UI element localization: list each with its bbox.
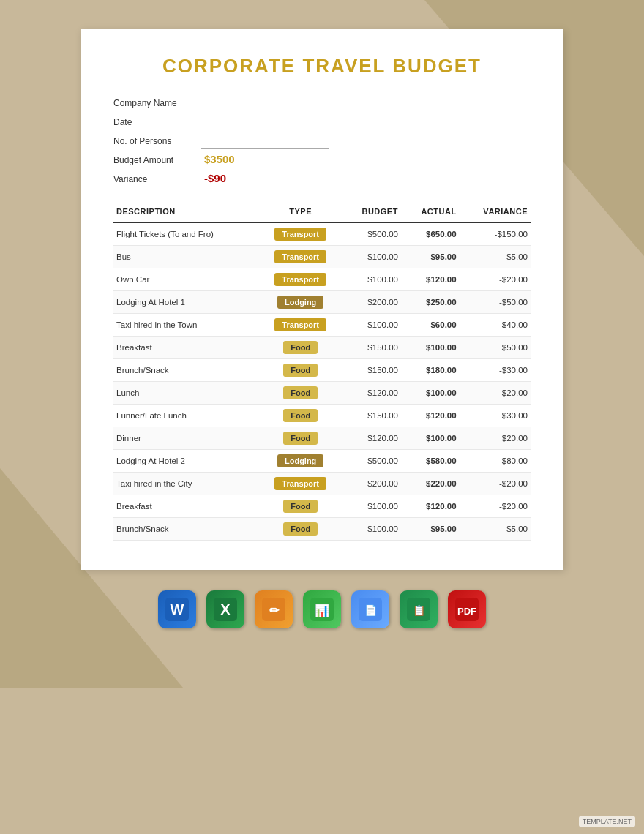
meta-section: Company Name Date No. of Persons Budget … (113, 96, 531, 187)
row-type: Transport (260, 246, 342, 268)
row-variance: -$150.00 (460, 222, 531, 246)
row-budget: $100.00 (341, 268, 400, 291)
date-label: Date (113, 117, 201, 127)
svg-text:📊: 📊 (315, 604, 329, 617)
row-variance: $5.00 (460, 246, 531, 268)
type-badge: Lodging (277, 296, 323, 309)
persons-label: No. of Persons (113, 136, 201, 146)
icon-google-sheets[interactable]: 📋 (400, 590, 438, 628)
row-description: Brunch/Snack (113, 518, 260, 541)
row-variance: -$50.00 (460, 291, 531, 314)
type-badge: Food (283, 432, 318, 445)
row-description: Lodging At Hotel 2 (113, 450, 260, 473)
row-actual: $120.00 (401, 405, 460, 427)
table-row: Dinner Food $120.00 $100.00 $20.00 (113, 427, 531, 450)
row-budget: $200.00 (341, 473, 400, 495)
meta-row-variance: Variance -$90 (113, 172, 531, 187)
table-row: Breakfast Food $100.00 $120.00 -$20.00 (113, 495, 531, 518)
row-actual: $650.00 (401, 222, 460, 246)
row-type: Transport (260, 222, 342, 246)
row-type: Food (260, 405, 342, 427)
row-budget: $500.00 (341, 450, 400, 473)
budget-value: $3500 (201, 153, 329, 168)
row-type: Lodging (260, 291, 342, 314)
row-description: Breakfast (113, 495, 260, 518)
persons-value[interactable] (201, 134, 329, 149)
variance-value: -$90 (201, 172, 329, 187)
variance-label: Variance (113, 174, 201, 184)
row-description: Taxi hired in the City (113, 473, 260, 495)
row-actual: $120.00 (401, 268, 460, 291)
row-variance: $20.00 (460, 382, 531, 405)
row-description: Breakfast (113, 337, 260, 359)
company-label: Company Name (113, 98, 201, 108)
icon-google-docs[interactable]: 📄 (351, 590, 389, 628)
row-type: Food (260, 518, 342, 541)
svg-text:📋: 📋 (413, 604, 426, 617)
budget-table: DESCRIPTION TYPE BUDGET ACTUAL VARIANCE … (113, 201, 531, 541)
row-actual: $580.00 (401, 450, 460, 473)
meta-row-company: Company Name (113, 96, 531, 110)
page-title: CORPORATE TRAVEL BUDGET (113, 55, 531, 78)
table-row: Brunch/Snack Food $100.00 $95.00 $5.00 (113, 518, 531, 541)
table-row: Breakfast Food $150.00 $100.00 $50.00 (113, 337, 531, 359)
row-actual: $95.00 (401, 518, 460, 541)
row-description: Lodging At Hotel 1 (113, 291, 260, 314)
row-description: Dinner (113, 427, 260, 450)
icon-numbers[interactable]: 📊 (303, 590, 341, 628)
row-budget: $120.00 (341, 427, 400, 450)
meta-row-budget: Budget Amount $3500 (113, 153, 531, 168)
row-type: Food (260, 382, 342, 405)
row-actual: $100.00 (401, 337, 460, 359)
table-row: Taxi hired in the City Transport $200.00… (113, 473, 531, 495)
table-row: Lunner/Late Lunch Food $150.00 $120.00 $… (113, 405, 531, 427)
row-budget: $100.00 (341, 246, 400, 268)
row-description: Brunch/Snack (113, 359, 260, 382)
icon-excel[interactable]: X (206, 590, 244, 628)
row-type: Food (260, 427, 342, 450)
row-actual: $60.00 (401, 314, 460, 337)
icon-word[interactable]: W (158, 590, 196, 628)
type-badge: Food (283, 341, 318, 354)
type-badge: Transport (274, 228, 326, 241)
row-budget: $100.00 (341, 495, 400, 518)
row-variance: -$80.00 (460, 450, 531, 473)
row-description: Taxi hired in the Town (113, 314, 260, 337)
icons-bar: WX✏📊📄📋PDF (158, 590, 486, 628)
type-badge: Transport (274, 318, 326, 331)
row-budget: $150.00 (341, 337, 400, 359)
budget-label: Budget Amount (113, 155, 201, 165)
svg-text:PDF: PDF (457, 606, 476, 617)
col-budget: BUDGET (341, 201, 400, 222)
svg-text:W: W (171, 601, 184, 617)
icon-pdf[interactable]: PDF (448, 590, 486, 628)
table-row: Flight Tickets (To and Fro) Transport $5… (113, 222, 531, 246)
row-budget: $200.00 (341, 291, 400, 314)
row-budget: $120.00 (341, 382, 400, 405)
row-type: Food (260, 359, 342, 382)
icon-pages[interactable]: ✏ (255, 590, 293, 628)
table-row: Lodging At Hotel 1 Lodging $200.00 $250.… (113, 291, 531, 314)
row-budget: $100.00 (341, 518, 400, 541)
watermark-label: TEMPLATE.NET (579, 816, 635, 827)
meta-row-persons: No. of Persons (113, 134, 531, 149)
svg-text:X: X (220, 601, 231, 617)
company-value[interactable] (201, 96, 329, 110)
table-row: Bus Transport $100.00 $95.00 $5.00 (113, 246, 531, 268)
row-variance: $50.00 (460, 337, 531, 359)
row-variance: $30.00 (460, 405, 531, 427)
row-description: Lunch (113, 382, 260, 405)
row-actual: $100.00 (401, 427, 460, 450)
row-type: Transport (260, 268, 342, 291)
date-value[interactable] (201, 115, 329, 129)
row-variance: -$20.00 (460, 268, 531, 291)
table-header-row: DESCRIPTION TYPE BUDGET ACTUAL VARIANCE (113, 201, 531, 222)
type-badge: Food (283, 409, 318, 422)
table-row: Taxi hired in the Town Transport $100.00… (113, 314, 531, 337)
row-variance: $20.00 (460, 427, 531, 450)
row-variance: -$20.00 (460, 495, 531, 518)
type-badge: Food (283, 522, 318, 536)
row-type: Food (260, 495, 342, 518)
col-description: DESCRIPTION (113, 201, 260, 222)
row-description: Lunner/Late Lunch (113, 405, 260, 427)
